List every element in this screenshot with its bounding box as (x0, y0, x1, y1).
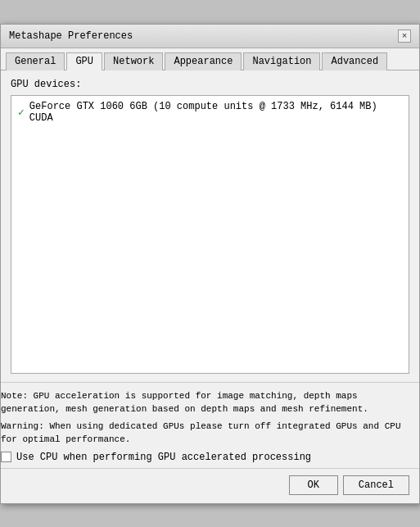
tab-bar: General GPU Network Appearance Navigatio… (1, 48, 419, 70)
use-cpu-label: Use CPU when performing GPU accelerated … (16, 452, 311, 463)
note-text: Note: GPU acceleration is supported for … (1, 389, 419, 416)
main-content: GPU devices: ✓ GeForce GTX 1060 6GB (10 … (1, 70, 419, 382)
tab-network[interactable]: Network (104, 52, 163, 70)
window-title: Metashape Preferences (9, 30, 133, 42)
gpu-devices-label: GPU devices: (11, 79, 409, 90)
tab-appearance[interactable]: Appearance (165, 52, 242, 70)
notes-section: Note: GPU acceleration is supported for … (1, 383, 419, 468)
tab-gpu[interactable]: GPU (66, 52, 102, 70)
preferences-dialog: Metashape Preferences × General GPU Netw… (0, 24, 420, 504)
check-icon: ✓ (18, 106, 25, 119)
cancel-button[interactable]: Cancel (343, 475, 409, 495)
gpu-list: ✓ GeForce GTX 1060 6GB (10 compute units… (11, 95, 409, 374)
tab-navigation[interactable]: Navigation (243, 52, 320, 70)
gpu-device-row: ✓ GeForce GTX 1060 6GB (10 compute units… (15, 99, 405, 125)
tab-advanced[interactable]: Advanced (322, 52, 387, 70)
close-button[interactable]: × (398, 30, 411, 43)
gpu-device-name: GeForce GTX 1060 6GB (10 compute units @… (29, 101, 402, 124)
tab-general[interactable]: General (6, 52, 65, 70)
use-cpu-checkbox[interactable] (1, 452, 11, 462)
title-bar: Metashape Preferences × (1, 25, 419, 48)
button-bar: OK Cancel (1, 468, 419, 503)
cpu-checkbox-row: Use CPU when performing GPU accelerated … (1, 452, 419, 463)
warning-text: Warning: When using dedicated GPUs pleas… (1, 420, 419, 447)
ok-button[interactable]: OK (289, 475, 338, 495)
